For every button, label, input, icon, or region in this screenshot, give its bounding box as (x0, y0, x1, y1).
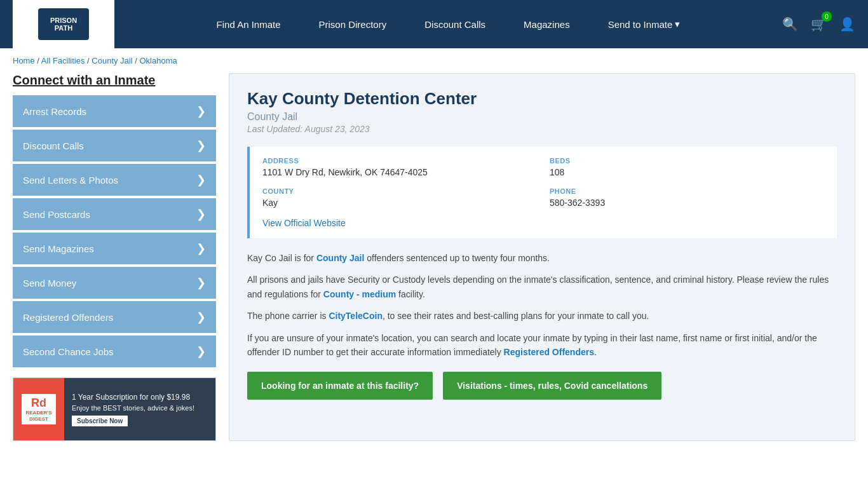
header: PRISONPATH Find An Inmate Prison Directo… (0, 0, 868, 48)
chevron-right-icon: ❯ (196, 104, 206, 118)
breadcrumb-oklahoma[interactable]: Oklahoma (139, 56, 177, 65)
logo[interactable]: PRISONPATH (13, 0, 114, 48)
cart-icon[interactable]: 🛒 0 (811, 17, 827, 32)
chevron-right-icon: ❯ (196, 139, 206, 152)
sidebar-item-registered-offenders[interactable]: Registered Offenders ❯ (13, 301, 216, 333)
sidebar-item-send-postcards[interactable]: Send Postcards ❯ (13, 198, 216, 230)
sidebar-menu: Arrest Records ❯ Discount Calls ❯ Send L… (13, 95, 216, 367)
main-nav: Find An Inmate Prison Directory Discount… (127, 18, 770, 30)
desc1-after-text: offenders sentenced up to twenty four mo… (364, 253, 550, 263)
chevron-right-icon: ❯ (196, 310, 206, 324)
nav-find-inmate[interactable]: Find An Inmate (198, 19, 300, 30)
ad-logo-area: Rd READER'SDIGEST (13, 378, 64, 440)
search-icon[interactable]: 🔍 (782, 17, 798, 32)
nav-discount-calls[interactable]: Discount Calls (405, 19, 505, 30)
sidebar-item-second-chance-jobs[interactable]: Second Chance Jobs ❯ (13, 336, 216, 367)
sidebar-item-label: Arrest Records (23, 106, 86, 117)
sidebar-ad[interactable]: Rd READER'SDIGEST 1 Year Subscription fo… (13, 377, 216, 441)
facility-updated: Last Updated: August 23, 2023 (247, 124, 837, 134)
official-link-cell: View Official Website (262, 218, 824, 228)
ad-title: 1 Year Subscription for only $19.98 (72, 393, 208, 402)
facility-info-grid: ADDRESS 1101 W Dry Rd, Newkirk, OK 74647… (247, 147, 837, 238)
desc2-after-text: facility. (396, 289, 425, 299)
beds-cell: BEDS 108 (550, 157, 824, 177)
beds-label: BEDS (550, 157, 824, 165)
sidebar-item-label: Send Postcards (23, 209, 90, 220)
desc-para-4: If you are unsure of your inmate's locat… (247, 331, 837, 360)
ad-content: 1 Year Subscription for only $19.98 Enjo… (64, 378, 215, 440)
chevron-right-icon: ❯ (196, 207, 206, 221)
sidebar-item-send-magazines[interactable]: Send Magazines ❯ (13, 233, 216, 264)
desc-para-1: Kay Co Jail is for County Jail offenders… (247, 251, 837, 265)
sidebar: Connect with an Inmate Arrest Records ❯ … (13, 73, 216, 441)
breadcrumb-all-facilities[interactable]: All Facilities (41, 56, 85, 65)
phone-value: 580-362-3393 (550, 198, 824, 208)
ad-logo: Rd READER'SDIGEST (22, 394, 55, 425)
official-website-link[interactable]: View Official Website (262, 218, 346, 228)
sidebar-item-label: Second Chance Jobs (23, 346, 114, 357)
chevron-right-icon: ❯ (196, 173, 206, 187)
address-cell: ADDRESS 1101 W Dry Rd, Newkirk, OK 74647… (262, 157, 537, 177)
ad-subtitle: Enjoy the BEST stories, advice & jokes! (72, 404, 208, 412)
visitations-button[interactable]: Visitations - times, rules, Covid cancel… (443, 372, 661, 400)
phone-label: PHONE (550, 187, 824, 195)
find-inmate-button[interactable]: Looking for an inmate at this facility? (247, 372, 433, 400)
nav-send-to-inmate-label: Send to Inmate (608, 19, 673, 30)
user-icon[interactable]: 👤 (839, 17, 855, 32)
logo-text: PRISONPATH (38, 8, 89, 40)
county-label: COUNTY (262, 187, 537, 195)
chevron-right-icon: ❯ (196, 276, 206, 290)
desc-para-3: The phone carrier is CityTeleCoin, to se… (247, 309, 837, 323)
county-medium-link[interactable]: County - medium (323, 289, 396, 299)
sidebar-item-label: Send Money (23, 278, 76, 288)
cta-buttons: Looking for an inmate at this facility? … (247, 372, 837, 400)
sidebar-item-label: Registered Offenders (23, 312, 113, 323)
citytelecoin-link[interactable]: CityTeleCoin (329, 311, 383, 321)
county-cell: COUNTY Kay (262, 187, 537, 208)
registered-offenders-link[interactable]: Registered Offenders (504, 347, 594, 357)
cart-badge: 0 (822, 11, 832, 22)
address-value: 1101 W Dry Rd, Newkirk, OK 74647-4025 (262, 167, 537, 177)
county-jail-link[interactable]: County Jail (316, 253, 364, 263)
address-label: ADDRESS (262, 157, 537, 165)
county-value: Kay (262, 198, 537, 208)
facility-type: County Jail (247, 111, 837, 123)
chevron-right-icon: ❯ (196, 241, 206, 255)
desc4-after-text: . (594, 347, 597, 357)
sidebar-item-label: Send Letters & Photos (23, 175, 118, 186)
facility-content: Kay County Detention Center County Jail … (229, 73, 855, 441)
nav-magazines[interactable]: Magazines (505, 19, 589, 30)
ad-subscribe-button[interactable]: Subscribe Now (72, 416, 128, 426)
desc-para-2: All prisons and jails have Security or C… (247, 273, 837, 301)
chevron-right-icon: ❯ (196, 344, 206, 358)
sidebar-item-send-letters[interactable]: Send Letters & Photos ❯ (13, 164, 216, 196)
sidebar-item-discount-calls[interactable]: Discount Calls ❯ (13, 130, 216, 161)
sidebar-item-arrest-records[interactable]: Arrest Records ❯ (13, 95, 216, 127)
header-icons: 🔍 🛒 0 👤 (782, 17, 855, 32)
main-layout: Connect with an Inmate Arrest Records ❯ … (0, 73, 868, 454)
desc1-text: Kay Co Jail is for (247, 253, 316, 263)
nav-send-to-inmate[interactable]: Send to Inmate ▾ (589, 18, 700, 30)
nav-prison-directory[interactable]: Prison Directory (300, 19, 406, 30)
phone-cell: PHONE 580-362-3393 (550, 187, 824, 208)
dropdown-chevron-icon: ▾ (675, 18, 680, 30)
ad-logo-text: READER'SDIGEST (25, 410, 51, 422)
sidebar-title: Connect with an Inmate (13, 73, 216, 88)
breadcrumb-home[interactable]: Home (13, 56, 35, 65)
desc3-text: The phone carrier is (247, 311, 329, 321)
sidebar-item-label: Send Magazines (23, 243, 94, 254)
beds-value: 108 (550, 167, 824, 177)
sidebar-item-label: Discount Calls (23, 140, 84, 151)
sidebar-item-send-money[interactable]: Send Money ❯ (13, 267, 216, 299)
desc3-after-text: , to see their rates and best-calling pl… (383, 311, 649, 321)
facility-name: Kay County Detention Center (247, 89, 837, 109)
breadcrumb-county-jail[interactable]: County Jail (92, 56, 132, 65)
ad-logo-rd: Rd (25, 396, 51, 410)
breadcrumb: Home / All Facilities / County Jail / Ok… (0, 48, 868, 73)
